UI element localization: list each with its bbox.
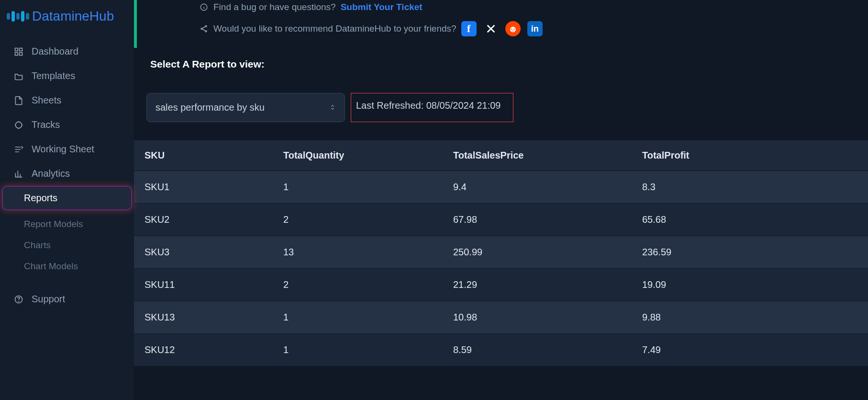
sidebar-item-chart-models[interactable]: Chart Models [13, 256, 131, 276]
table-header-sku[interactable]: SKU [134, 140, 273, 171]
cell-profit: 19.09 [632, 269, 868, 301]
social-row: f in [461, 21, 543, 36]
cell-profit: 9.88 [632, 301, 868, 334]
cell-sku: SKU12 [134, 334, 273, 366]
sidebar-item-label: Charts [24, 240, 51, 251]
bug-text: Find a bug or have questions? [213, 2, 336, 12]
chevron-updown-icon [329, 104, 336, 112]
info-icon [199, 2, 209, 12]
file-icon [13, 95, 24, 106]
table-row[interactable]: SKU13 1 10.98 9.88 [134, 301, 868, 334]
bug-row: Find a bug or have questions? Submit You… [146, 2, 858, 12]
report-table: SKU TotalQuantity TotalSalesPrice TotalP… [134, 140, 868, 366]
sidebar-nav: Dashboard Templates Sheets Tracks Workin [0, 40, 134, 310]
report-select[interactable]: sales performance by sku [146, 93, 345, 122]
cell-price: 10.98 [443, 301, 632, 334]
cell-profit: 236.59 [632, 236, 868, 269]
brand-name: DatamineHub [32, 9, 114, 24]
cell-price: 9.4 [443, 171, 632, 204]
sidebar-item-label: Support [32, 294, 65, 305]
cell-qty: 1 [273, 334, 443, 366]
cell-sku: SKU1 [134, 171, 273, 204]
table-row[interactable]: SKU1 1 9.4 8.3 [134, 171, 868, 204]
table-body: SKU1 1 9.4 8.3 SKU2 2 67.98 65.68 SKU3 1… [134, 171, 868, 366]
table-header-qty[interactable]: TotalQuantity [273, 140, 443, 171]
table-row[interactable]: SKU11 2 21.29 19.09 [134, 269, 868, 301]
last-refreshed-text: Last Refreshed: 08/05/2024 21:09 [356, 100, 501, 111]
controls-row: sales performance by sku Last Refreshed:… [146, 81, 858, 134]
svg-point-12 [511, 29, 512, 30]
sidebar-item-templates[interactable]: Templates [3, 65, 131, 87]
svg-rect-2 [15, 52, 18, 55]
sidebar-item-working-sheet[interactable]: Working Sheet [3, 138, 131, 160]
sidebar-item-dashboard[interactable]: Dashboard [3, 40, 131, 63]
cell-profit: 7.49 [632, 334, 868, 366]
cell-sku: SKU11 [134, 269, 273, 301]
sidebar-item-label: Chart Models [24, 261, 78, 272]
sidebar-item-sheets[interactable]: Sheets [3, 89, 131, 112]
sidebar-item-label: Templates [32, 70, 75, 81]
svg-rect-3 [20, 52, 22, 55]
table-header-profit[interactable]: TotalProfit [632, 140, 868, 171]
cell-qty: 13 [273, 236, 443, 269]
target-icon [13, 120, 24, 130]
table-row[interactable]: SKU3 13 250.99 236.59 [134, 236, 868, 269]
x-icon[interactable] [483, 21, 499, 36]
cell-sku: SKU2 [134, 204, 273, 236]
table-header-row: SKU TotalQuantity TotalSalesPrice TotalP… [134, 140, 868, 171]
working-sheet-icon [13, 144, 24, 155]
facebook-icon[interactable]: f [461, 21, 477, 36]
sidebar-item-analytics[interactable]: Analytics [3, 162, 131, 185]
sidebar-item-label: Reports [24, 193, 57, 204]
table-header-price[interactable]: TotalSalesPrice [443, 140, 632, 171]
sidebar-item-label: Sheets [32, 95, 61, 106]
sidebar-item-tracks[interactable]: Tracks [3, 114, 131, 136]
cell-qty: 1 [273, 171, 443, 204]
sidebar-item-label: Working Sheet [32, 144, 94, 155]
cell-price: 8.59 [443, 334, 632, 366]
table-row[interactable]: SKU12 1 8.59 7.49 [134, 334, 868, 366]
svg-point-9 [201, 28, 202, 30]
svg-point-8 [205, 25, 207, 27]
cell-qty: 1 [273, 301, 443, 334]
cell-price: 67.98 [443, 204, 632, 236]
accent-bar [134, 0, 137, 48]
svg-point-4 [15, 122, 22, 128]
svg-point-13 [513, 29, 515, 30]
brand[interactable]: DatamineHub [0, 4, 134, 40]
cell-price: 21.29 [443, 269, 632, 301]
recommend-row: Would you like to recommend DatamineHub … [146, 21, 858, 36]
cell-price: 250.99 [443, 236, 632, 269]
linkedin-icon[interactable]: in [527, 21, 543, 36]
svg-rect-1 [20, 48, 22, 51]
sidebar-item-reports[interactable]: Reports [3, 187, 131, 209]
topbar: Find a bug or have questions? Submit You… [134, 0, 868, 140]
svg-point-10 [205, 31, 207, 32]
cell-qty: 2 [273, 269, 443, 301]
select-report-label: Select A Report to view: [146, 45, 858, 73]
report-select-value: sales performance by sku [156, 102, 265, 113]
submit-ticket-link[interactable]: Submit Your Ticket [341, 2, 423, 12]
recommend-text: Would you like to recommend DatamineHub … [213, 23, 456, 34]
dashboard-icon [13, 46, 24, 57]
sidebar-item-report-models[interactable]: Report Models [13, 214, 131, 234]
svg-rect-0 [15, 48, 18, 51]
cell-sku: SKU13 [134, 301, 273, 334]
sidebar-item-charts[interactable]: Charts [13, 235, 131, 255]
analytics-icon [13, 169, 24, 179]
sidebar-reports-subnav: Report Models Charts Chart Models [3, 214, 131, 276]
sidebar: DatamineHub Dashboard Templates Sheets [0, 0, 134, 400]
cell-profit: 65.68 [632, 204, 868, 236]
share-icon [199, 24, 209, 34]
table-row[interactable]: SKU2 2 67.98 65.68 [134, 204, 868, 236]
svg-point-6 [19, 301, 19, 301]
reddit-icon[interactable] [505, 21, 521, 36]
sidebar-item-label: Tracks [32, 119, 60, 130]
folder-icon [13, 71, 24, 81]
main-content: Find a bug or have questions? Submit You… [134, 0, 868, 400]
last-refreshed-box: Last Refreshed: 08/05/2024 21:09 [351, 93, 513, 122]
sidebar-item-label: Report Models [24, 219, 83, 229]
svg-point-11 [510, 27, 516, 33]
sidebar-item-label: Analytics [32, 168, 70, 179]
sidebar-item-support[interactable]: Support [3, 288, 131, 310]
